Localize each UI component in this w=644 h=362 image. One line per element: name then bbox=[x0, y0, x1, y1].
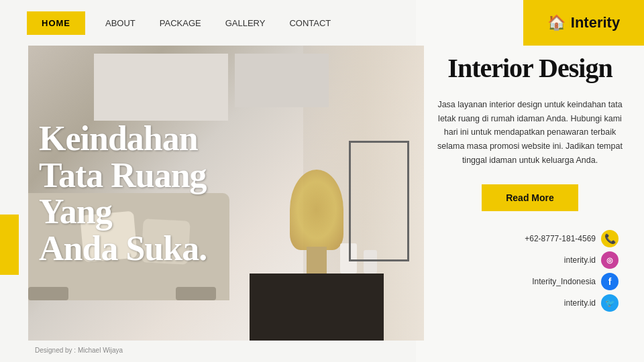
instagram-label: interity.id bbox=[564, 255, 596, 265]
facebook-icon: f bbox=[601, 273, 619, 290]
logo-icon: 🏠 bbox=[547, 14, 566, 32]
hero-text-overlay: Keindahan Tata Ruang Yang Anda Suka. bbox=[28, 114, 217, 274]
nav-package-link[interactable]: PACKAGE bbox=[160, 18, 201, 28]
yellow-accent-left bbox=[0, 215, 19, 275]
description-text: Jasa layanan interior design untuk keind… bbox=[435, 98, 625, 167]
vase-area bbox=[297, 173, 337, 280]
twitter-label: interity.id bbox=[564, 298, 596, 308]
designed-by-label: Designed by : Michael Wijaya bbox=[35, 347, 123, 354]
decorative-rect-outline bbox=[349, 141, 409, 261]
top-panel-left bbox=[94, 54, 228, 121]
social-facebook[interactable]: Interity_Indonesia f bbox=[532, 273, 619, 290]
coffee-table bbox=[250, 274, 384, 341]
right-content-panel: Interior Design Jasa layanan interior de… bbox=[416, 0, 644, 362]
social-twitter[interactable]: interity.id 🐦 bbox=[564, 294, 619, 312]
social-instagram[interactable]: interity.id ◎ bbox=[564, 251, 619, 269]
facebook-label: Interity_Indonesia bbox=[532, 277, 596, 286]
read-more-button[interactable]: Read More bbox=[482, 184, 578, 211]
social-links: +62-8777-181-4569 📞 interity.id ◎ Interi… bbox=[435, 230, 625, 312]
phone-label: +62-8777-181-4569 bbox=[525, 234, 596, 243]
twitter-icon: 🐦 bbox=[601, 294, 619, 312]
top-panel-right bbox=[235, 54, 329, 107]
hero-headline: Keindahan Tata Ruang Yang Anda Suka. bbox=[39, 121, 207, 267]
logo-text: Interity bbox=[571, 14, 620, 32]
nav-links: ABOUT PACKAGE GALLERY CONTACT bbox=[105, 18, 331, 28]
nav-about-link[interactable]: ABOUT bbox=[105, 18, 136, 28]
phone-icon: 📞 bbox=[601, 230, 619, 247]
nav-gallery-link[interactable]: GALLERY bbox=[225, 18, 266, 28]
plant bbox=[290, 170, 343, 250]
logo-box: 🏠 Interity bbox=[523, 0, 644, 46]
nav-contact-link[interactable]: CONTACT bbox=[289, 18, 331, 28]
interior-design-title: Interior Design bbox=[447, 54, 612, 83]
instagram-icon: ◎ bbox=[601, 251, 619, 269]
nav-home-button[interactable]: HOME bbox=[27, 11, 85, 35]
social-phone[interactable]: +62-8777-181-4569 📞 bbox=[525, 230, 619, 247]
